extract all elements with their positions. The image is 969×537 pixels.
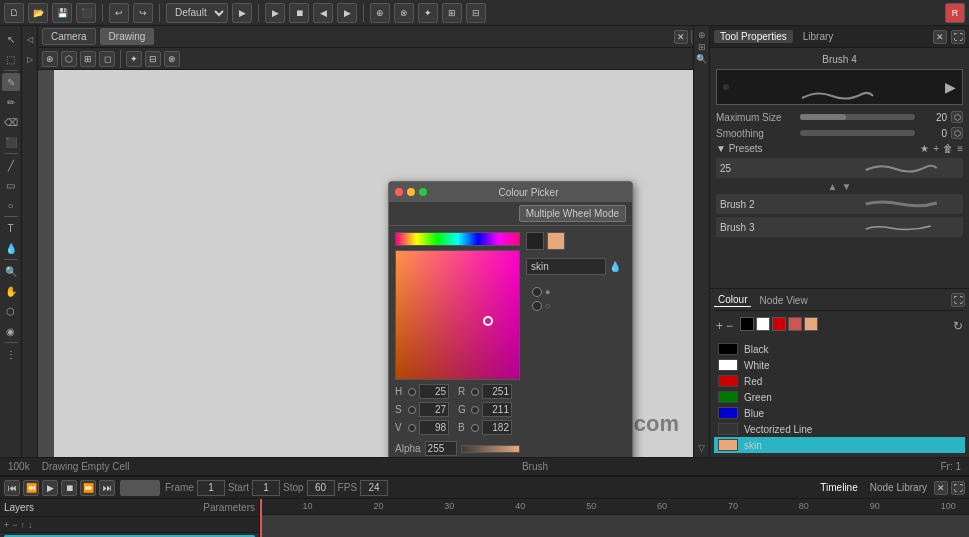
c-tool-5[interactable]: ✦ [126, 51, 142, 67]
pal-swatch-red[interactable] [772, 317, 786, 331]
tl-tab-node-library[interactable]: Node Library [866, 481, 931, 494]
pal-swatch-skin[interactable] [804, 317, 818, 331]
toolbar-btn-c[interactable]: ✦ [418, 3, 438, 23]
left2-btn1[interactable]: ◁ [21, 30, 39, 48]
pal-swatch-orange[interactable] [788, 317, 802, 331]
palette-item-skin[interactable]: skin [714, 437, 965, 453]
pal-panel-btn[interactable]: ⛶ [951, 293, 965, 307]
cp-rc-radio1[interactable] [532, 287, 542, 297]
tl-btn-prev[interactable]: ⏪ [23, 480, 39, 496]
cp-alpha-slider[interactable] [461, 445, 520, 453]
cp-v-input[interactable] [419, 420, 449, 435]
preset-2[interactable]: Brush 2 [716, 194, 963, 214]
toolbar-btn-play[interactable]: ▶ [265, 3, 285, 23]
cp-h-radio[interactable] [408, 388, 416, 396]
preset-star-btn[interactable]: ★ [920, 143, 929, 154]
tl-btn-stop[interactable]: ⏹ [61, 480, 77, 496]
preset-1[interactable]: 25 [716, 158, 963, 178]
tab-library[interactable]: Library [797, 30, 840, 43]
cp-r-input[interactable] [482, 384, 512, 399]
preset-menu-btn[interactable]: ≡ [957, 143, 963, 154]
toolbar-btn-stop[interactable]: ⏹ [289, 3, 309, 23]
tool-select[interactable]: ⬚ [2, 50, 20, 68]
layer-up-btn[interactable]: ↑ [21, 520, 26, 530]
toolbar-btn-open[interactable]: 📂 [28, 3, 48, 23]
tool-eraser[interactable]: ⌫ [2, 113, 20, 131]
pal-minus-btn[interactable]: − [726, 319, 733, 333]
toolbar-btn-go[interactable]: ▶ [232, 3, 252, 23]
tool-3d[interactable]: ⬡ [2, 302, 20, 320]
tl-fps-input[interactable] [360, 480, 388, 496]
toolbar-btn-e[interactable]: ⊟ [466, 3, 486, 23]
tab-tool-properties[interactable]: Tool Properties [714, 30, 793, 43]
max-size-slider[interactable] [800, 114, 915, 120]
cp-s-radio[interactable] [408, 406, 416, 414]
canvas-side-btn2[interactable]: ⊞ [698, 42, 706, 52]
palette-item-green[interactable]: Green [714, 389, 965, 405]
toolbar-btn-b[interactable]: ⊗ [394, 3, 414, 23]
cp-max-dot[interactable] [419, 188, 427, 196]
tool-line[interactable]: ╱ [2, 156, 20, 174]
tool-arrow[interactable]: ↖ [2, 30, 20, 48]
tl-btn-end[interactable]: ⏭ [99, 480, 115, 496]
cp-saturation-value[interactable] [395, 250, 520, 380]
cp-min-dot[interactable] [407, 188, 415, 196]
cp-rc-radio2[interactable] [532, 301, 542, 311]
preset-trash-btn[interactable]: 🗑 [943, 143, 953, 154]
tl-tab-timeline[interactable]: Timeline [816, 481, 861, 494]
cp-close-dot[interactable] [395, 188, 403, 196]
palette-item-black[interactable]: Black [714, 341, 965, 357]
preset-add-btn[interactable]: + [933, 143, 939, 154]
tool-fill[interactable]: ⬛ [2, 133, 20, 151]
rpanel-expand[interactable]: ⛶ [951, 30, 965, 44]
tab-drawing[interactable]: Drawing [100, 28, 155, 45]
c-tool-3[interactable]: ⊞ [80, 51, 96, 67]
tl-slider[interactable] [120, 480, 160, 496]
cp-s-input[interactable] [419, 402, 449, 417]
cp-v-radio[interactable] [408, 424, 416, 432]
toolbar-btn-a[interactable]: ⊕ [370, 3, 390, 23]
palette-tab-node-view[interactable]: Node View [755, 294, 811, 307]
cp-g-input[interactable] [482, 402, 512, 417]
cp-r-radio[interactable] [471, 388, 479, 396]
smoothing-slider[interactable] [800, 130, 915, 136]
preset-3[interactable]: Brush 3 [716, 217, 963, 237]
tool-rect[interactable]: ▭ [2, 176, 20, 194]
toolbar-btn-undo[interactable]: ↩ [109, 3, 129, 23]
tool-eyedrop[interactable]: 💧 [2, 239, 20, 257]
cp-mode-button[interactable]: Multiple Wheel Mode [519, 205, 626, 222]
cp-b-radio[interactable] [471, 424, 479, 432]
layer-add-btn[interactable]: + [4, 520, 9, 530]
toolbar-btn-save[interactable]: 💾 [52, 3, 72, 23]
brush-nav-arrow[interactable]: ▶ [945, 79, 956, 95]
canvas-close-btn[interactable]: ✕ [674, 30, 688, 44]
toolbar-btn-d[interactable]: ⊞ [442, 3, 462, 23]
c-tool-4[interactable]: ◻ [99, 51, 115, 67]
canvas-side-btn4[interactable]: ▽ [698, 443, 705, 453]
tl-close-btn[interactable]: ✕ [934, 481, 948, 495]
tool-text[interactable]: T [2, 219, 20, 237]
palette-item-vectorized[interactable]: Vectorized Line [714, 421, 965, 437]
toolbar-btn-next[interactable]: ▶ [337, 3, 357, 23]
cp-new-swatch[interactable] [547, 232, 565, 250]
tab-camera[interactable]: Camera [42, 28, 96, 45]
cp-eyedrop-btn[interactable]: 💧 [609, 261, 621, 272]
cp-current-swatch[interactable] [526, 232, 544, 250]
c-tool-2[interactable]: ⬡ [61, 51, 77, 67]
toolbar-btn-new[interactable]: 🗋 [4, 3, 24, 23]
palette-item-blue[interactable]: Blue [714, 405, 965, 421]
pal-refresh-btn[interactable]: ↻ [953, 319, 963, 333]
palette-item-red[interactable]: Red [714, 373, 965, 389]
tool-ellipse[interactable]: ○ [2, 196, 20, 214]
tool-more[interactable]: ⋮ [2, 345, 20, 363]
tool-brush[interactable]: ✎ [2, 73, 20, 91]
toolbar-btn-prev[interactable]: ◀ [313, 3, 333, 23]
pal-swatch-white[interactable] [756, 317, 770, 331]
tool-pencil[interactable]: ✏ [2, 93, 20, 111]
playhead[interactable] [260, 499, 262, 537]
tl-start-input[interactable] [252, 480, 280, 496]
toolbar-btn-4[interactable]: ⬛ [76, 3, 96, 23]
tool-zoom[interactable]: 🔍 [2, 262, 20, 280]
tl-btn-play[interactable]: ▶ [42, 480, 58, 496]
preset-expand-down[interactable]: ▼ [842, 181, 852, 192]
